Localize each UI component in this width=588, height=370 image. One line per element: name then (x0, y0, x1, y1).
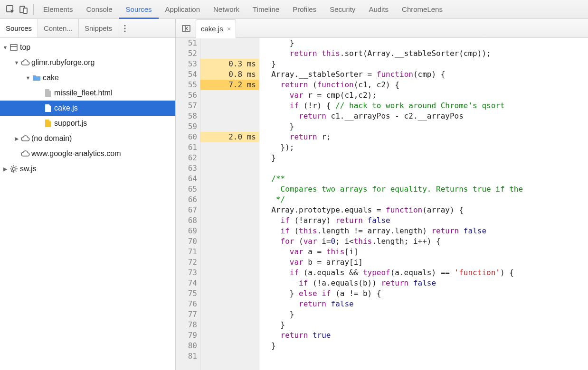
file-icon (43, 89, 53, 97)
tree-item-label: cake (43, 74, 59, 82)
tree-item-sw-js[interactable]: ▶sw.js (0, 161, 175, 176)
show-navigator-icon[interactable] (180, 22, 193, 35)
tree-item-support-js[interactable]: support.js (0, 116, 175, 131)
tree-item-label: sw.js (20, 165, 37, 173)
tree-item-label: support.js (54, 119, 87, 128)
tree-item-missile-fleet-html[interactable]: missile_fleet.html (0, 85, 175, 101)
tab-network[interactable]: Network (207, 0, 246, 19)
disclosure-arrow-icon[interactable]: ▼ (13, 60, 20, 65)
svg-line-15 (11, 166, 12, 167)
disclosure-arrow-icon[interactable]: ▶ (13, 136, 20, 142)
cloud-icon (20, 59, 30, 66)
disclosure-arrow-icon[interactable]: ▼ (2, 45, 9, 50)
line-number-gutter: 5152535455565758596061626364656667686970… (176, 38, 200, 370)
code-content[interactable]: } return this.sort(Array.__stableSorter(… (259, 38, 588, 370)
frame-icon (9, 43, 19, 52)
tree-item--no-domain-[interactable]: ▶(no domain) (0, 131, 175, 146)
cpu-profile-gutter: 0.3 ms0.8 ms7.2 ms2.0 ms (200, 38, 259, 370)
tree-item-www-google-analytics-com[interactable]: www.google-analytics.com (0, 146, 175, 161)
device-toolbar-icon[interactable] (17, 3, 30, 16)
editor-tab-bar: cake.js × (176, 19, 588, 37)
svg-rect-8 (10, 45, 17, 50)
svg-line-16 (16, 171, 17, 172)
tree-item-label: missile_fleet.html (54, 89, 113, 97)
tab-security[interactable]: Security (323, 0, 362, 19)
tree-item-label: cake.js (54, 104, 78, 112)
gear-icon (9, 165, 19, 173)
tab-console[interactable]: Console (80, 0, 119, 19)
cloud-icon (20, 150, 30, 157)
tree-item-label: www.google-analytics.com (31, 149, 121, 158)
tree-item-cake[interactable]: ▼cake (0, 70, 175, 85)
svg-point-3 (124, 25, 126, 26)
tree-item-label: top (20, 43, 30, 52)
folder-icon (31, 74, 42, 82)
close-icon[interactable]: × (227, 25, 231, 33)
inspect-element-icon[interactable] (4, 3, 17, 16)
file-tab-cake-js[interactable]: cake.js × (196, 19, 236, 38)
devtools-top-tabs: ElementsConsoleSourcesApplicationNetwork… (0, 0, 588, 19)
tab-chromelens[interactable]: ChromeLens (395, 0, 449, 19)
sources-subrow: SourcesConten...Snippets cake.js × (0, 19, 588, 38)
tree-item-top[interactable]: ▼top (0, 40, 175, 55)
code-editor[interactable]: 5152535455565758596061626364656667686970… (176, 38, 588, 370)
tab-application[interactable]: Application (159, 0, 207, 19)
sources-tab-snippets[interactable]: Snippets (79, 19, 118, 37)
disclosure-arrow-icon[interactable]: ▼ (25, 75, 31, 81)
sources-tab-conten[interactable]: Conten... (38, 19, 79, 37)
filejs-icon (43, 104, 53, 112)
sources-subtabs: SourcesConten...Snippets (0, 19, 176, 37)
tree-item-glimr-rubyforge-org[interactable]: ▼glimr.rubyforge.org (0, 55, 175, 70)
svg-line-17 (16, 166, 17, 167)
tab-sources[interactable]: Sources (119, 0, 159, 19)
file-navigator: ▼top▼glimr.rubyforge.org▼cakemissile_fle… (0, 38, 176, 370)
tab-profiles[interactable]: Profiles (286, 0, 323, 19)
cloud-icon (20, 135, 30, 142)
tree-item-cake-js[interactable]: cake.js (0, 101, 175, 116)
file-tab-label: cake.js (201, 25, 223, 33)
more-icon[interactable] (118, 19, 132, 37)
tree-item-label: (no domain) (31, 134, 72, 143)
tab-timeline[interactable]: Timeline (246, 0, 286, 19)
filesup-icon (43, 119, 53, 128)
disclosure-arrow-icon[interactable]: ▶ (2, 166, 9, 172)
svg-point-4 (124, 28, 126, 29)
svg-rect-2 (23, 8, 27, 13)
tree-item-label: glimr.rubyforge.org (31, 58, 95, 67)
svg-point-5 (124, 30, 126, 32)
tab-elements[interactable]: Elements (37, 0, 80, 19)
tab-audits[interactable]: Audits (362, 0, 395, 19)
divider (33, 4, 34, 15)
sources-tab-sources[interactable]: Sources (0, 19, 38, 37)
